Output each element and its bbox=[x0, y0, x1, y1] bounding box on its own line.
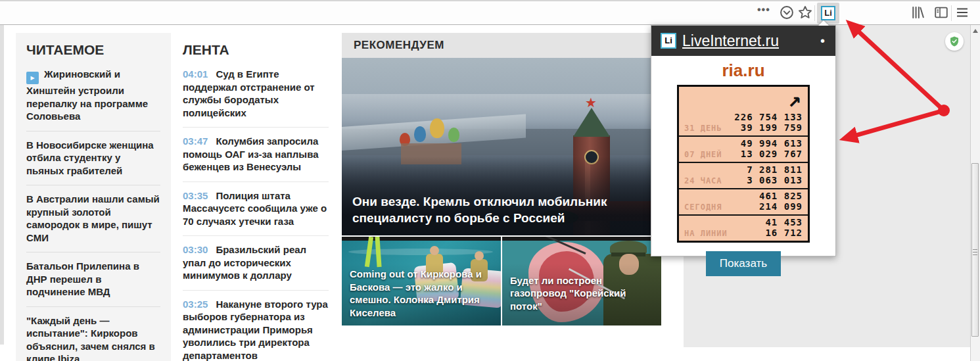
scrollbar-up-arrow[interactable] bbox=[973, 29, 978, 33]
visitors-value: 214 099 bbox=[759, 201, 803, 212]
news-time: 03:47 bbox=[183, 135, 208, 147]
story-card-title: Будет ли построен газопровод "Корейский … bbox=[502, 274, 661, 320]
period-label: 24 ЧАСА bbox=[684, 176, 722, 186]
library-icon[interactable] bbox=[910, 5, 925, 20]
story-card[interactable]: Будет ли построен газопровод "Корейский … bbox=[502, 237, 661, 325]
hits-value: 7 281 811 bbox=[684, 164, 803, 175]
visitors-value: 39 199 759 bbox=[741, 122, 803, 133]
scrollbar[interactable] bbox=[970, 25, 980, 361]
list-item[interactable]: "Каждый день — испытание": Киркоров объя… bbox=[26, 307, 160, 361]
news-time: 04:01 bbox=[183, 68, 208, 80]
list-item[interactable]: 03:25Накануне второго тура выборов губер… bbox=[183, 291, 329, 361]
section-most-read: ЧИТАЕМОЕ ▶Жириновский и Хинштейн устроил… bbox=[16, 33, 171, 361]
hits-value: 461 825 bbox=[684, 191, 803, 201]
section-title: ЧИТАЕМОЕ bbox=[26, 42, 160, 58]
video-play-icon: ▶ bbox=[26, 72, 39, 84]
hits-value: 49 994 613 bbox=[684, 138, 803, 149]
list-item[interactable]: 03:30Бразильский реал упал до историческ… bbox=[183, 236, 329, 291]
shield-check-icon bbox=[948, 36, 960, 47]
counted-site-name: ria.ru bbox=[651, 60, 835, 81]
list-item[interactable]: 03:47Колумбия запросила помощь ОАГ из-за… bbox=[183, 128, 329, 182]
main-story-card[interactable]: ★ Они везде. Кремль отключил мобильник с… bbox=[342, 58, 661, 235]
main-story-title: Они везде. Кремль отключил мобильник спе… bbox=[342, 194, 661, 235]
menu-hamburger-icon[interactable] bbox=[955, 5, 969, 20]
section-recommend: РЕКОМЕНДУЕМ ★ Они везде. Кремль отключил… bbox=[342, 33, 661, 325]
counter-arrow-icon: ↗ bbox=[679, 87, 808, 110]
browser-toolbar: ••• Li bbox=[0, 0, 980, 25]
tower-star-icon: ★ bbox=[585, 95, 597, 110]
show-stats-button[interactable]: Показать bbox=[706, 251, 781, 276]
period-label: 07 ДНЕЙ bbox=[684, 149, 722, 160]
liveinternet-extension-icon: Li bbox=[821, 6, 835, 20]
period-label: НА ЛИНИИ bbox=[684, 228, 728, 239]
list-item[interactable]: В Новосибирске женщина отбила студентку … bbox=[26, 132, 160, 186]
news-link: Батальон Прилепина в ДНР перешел в подчи… bbox=[26, 260, 139, 297]
popup-caret bbox=[818, 20, 829, 26]
hits-value: 226 754 133 bbox=[684, 112, 803, 122]
pocket-icon[interactable] bbox=[780, 5, 794, 20]
toolbar-separator bbox=[951, 5, 952, 21]
liveinternet-popup: Li LiveInternet.ru • ria.ru ↗ 226 754 13… bbox=[651, 25, 836, 256]
period-label: 31 ДЕНЬ bbox=[684, 123, 722, 133]
toolbar-separator bbox=[814, 5, 815, 21]
list-item[interactable]: ▶Жириновский и Хинштейн устроили перепал… bbox=[26, 60, 160, 132]
liveinternet-link[interactable]: LiveInternet.ru bbox=[682, 32, 779, 50]
visitors-value: 13 029 767 bbox=[741, 149, 803, 159]
visitors-value: 16 712 bbox=[765, 228, 803, 238]
news-link: В Австралии нашли самый крупный золотой … bbox=[26, 193, 160, 243]
page-left-margin bbox=[0, 25, 4, 345]
news-time: 03:25 bbox=[183, 299, 208, 310]
adblock-shield-badge[interactable] bbox=[945, 32, 964, 51]
news-link: "Каждый день — испытание": Киркоров объя… bbox=[26, 315, 155, 361]
counter-row: 226 754 133 31 ДЕНЬ 39 199 759 bbox=[679, 110, 808, 135]
liveinternet-counter-widget[interactable]: ↗ 226 754 133 31 ДЕНЬ 39 199 759 49 994 … bbox=[677, 85, 810, 243]
list-item[interactable]: В Австралии нашли самый крупный золотой … bbox=[26, 185, 160, 253]
liveinternet-logo-icon: Li bbox=[661, 33, 676, 49]
section-title: РЕКОМЕНДУЕМ bbox=[342, 33, 661, 58]
period-label: СЕГОДНЯ bbox=[684, 202, 722, 212]
page-actions-icon[interactable]: ••• bbox=[757, 4, 770, 16]
popup-menu-dot[interactable]: • bbox=[819, 34, 826, 49]
bookmark-star-icon[interactable] bbox=[798, 5, 812, 20]
visitors-value: 3 063 013 bbox=[747, 175, 803, 185]
counter-row: 7 281 811 24 ЧАСА 3 063 013 bbox=[679, 162, 808, 188]
counter-row: 461 825 СЕГОДНЯ 214 099 bbox=[679, 188, 808, 214]
hits-value: 41 453 bbox=[684, 217, 803, 228]
scrollbar-thumb[interactable] bbox=[971, 163, 979, 337]
list-item[interactable]: 04:01Суд в Египте поддержал отстранение … bbox=[183, 60, 329, 128]
counter-row: 41 453 НА ЛИНИИ 16 712 bbox=[679, 214, 808, 241]
section-title: ЛЕНТА bbox=[183, 42, 329, 58]
counter-row: 49 994 613 07 ДНЕЙ 13 029 767 bbox=[679, 135, 808, 162]
section-feed: ЛЕНТА 04:01Суд в Египте поддержал отстра… bbox=[183, 33, 329, 361]
story-card[interactable]: Coming out от Киркорова и Баскова — это … bbox=[342, 237, 501, 325]
story-card-title: Coming out от Киркорова и Баскова — это … bbox=[342, 268, 501, 325]
list-item[interactable]: 03:35Полиция штата Массачусетс сообщила … bbox=[183, 182, 329, 237]
news-time: 03:35 bbox=[183, 190, 208, 201]
popup-header: Li LiveInternet.ru • bbox=[651, 26, 835, 56]
sidebar-icon[interactable] bbox=[934, 5, 948, 20]
news-link: Жириновский и Хинштейн устроили перепалк… bbox=[26, 68, 148, 122]
news-time: 03:30 bbox=[183, 244, 208, 255]
news-link: В Новосибирске женщина отбила студентку … bbox=[26, 139, 154, 176]
list-item[interactable]: Батальон Прилепина в ДНР перешел в подчи… bbox=[26, 253, 160, 307]
